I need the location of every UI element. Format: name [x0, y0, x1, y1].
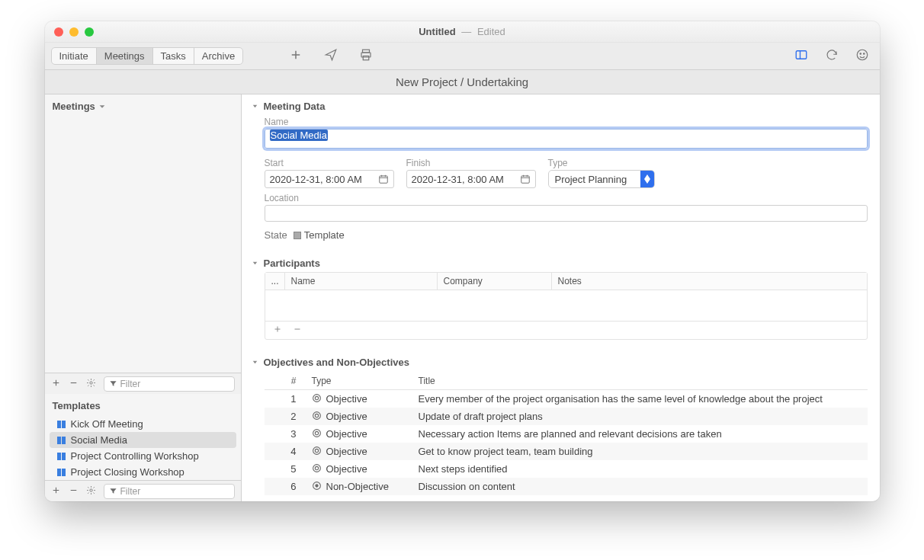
calendar-icon: [378, 174, 389, 184]
svg-point-45: [313, 464, 320, 472]
template-icon: [57, 468, 66, 477]
print-button[interactable]: [359, 48, 373, 64]
sidebar-meetings-header[interactable]: Meetings: [45, 94, 241, 117]
meetings-footer: Filter: [45, 373, 241, 394]
filter-icon: [109, 487, 117, 495]
participants-remove-button[interactable]: [293, 325, 302, 336]
svg-point-42: [315, 431, 318, 434]
state-badge: Template: [294, 229, 345, 241]
start-date-input[interactable]: 2020-12-31, 8:00 AM: [265, 170, 394, 188]
templates-settings-button[interactable]: [86, 485, 96, 498]
svg-rect-19: [62, 453, 66, 460]
chevron-down-icon: [98, 103, 106, 110]
meeting-data-section-header[interactable]: Meeting Data: [251, 101, 868, 112]
objectives-remove-button[interactable]: [292, 500, 301, 501]
participants-col-name[interactable]: Name: [285, 273, 438, 290]
template-state-icon: [294, 232, 301, 239]
participants-col-more[interactable]: ...: [265, 273, 285, 290]
toggle-sidebar-button[interactable]: [794, 48, 808, 64]
objectives-move-up-button[interactable]: [312, 500, 321, 501]
svg-rect-30: [521, 176, 529, 183]
send-button[interactable]: [324, 48, 338, 64]
objectives-col-num[interactable]: #: [265, 373, 306, 389]
svg-point-25: [89, 488, 91, 491]
template-item[interactable]: Social Media: [50, 432, 236, 448]
svg-rect-26: [379, 176, 387, 183]
participants-col-company[interactable]: Company: [438, 273, 552, 290]
svg-rect-21: [62, 469, 66, 476]
app-window: Untitled — Edited InitiateMeetingsTasksA…: [45, 21, 880, 501]
svg-point-44: [315, 449, 318, 452]
main-tab-initiate[interactable]: Initiate: [52, 48, 97, 64]
sync-button[interactable]: [825, 48, 839, 64]
objective-row[interactable]: 4ObjectiveGet to know project team, team…: [265, 443, 868, 460]
svg-point-8: [860, 53, 861, 55]
objectives-add-button[interactable]: [272, 500, 281, 501]
svg-rect-16: [57, 437, 61, 444]
finish-date-input[interactable]: 2020-12-31, 8:00 AM: [406, 170, 536, 188]
emoji-button[interactable]: [855, 48, 869, 64]
objective-row[interactable]: 6Non-ObjectiveDiscussion on content: [265, 478, 868, 495]
objective-type-icon: [312, 411, 322, 423]
main-tab-archive[interactable]: Archive: [194, 48, 242, 64]
participants-col-notes[interactable]: Notes: [552, 273, 867, 290]
objective-type-icon: [312, 463, 322, 475]
objective-type-icon: [312, 393, 322, 405]
objectives-section-header[interactable]: Objectives and Non-Objectives: [251, 357, 868, 368]
participants-section-header[interactable]: Participants: [251, 258, 868, 269]
objectives-move-down-button[interactable]: [332, 500, 341, 501]
template-item[interactable]: Project Closing Workshop: [45, 464, 241, 480]
template-icon: [57, 436, 66, 445]
svg-point-39: [313, 411, 320, 419]
location-input[interactable]: [265, 205, 868, 222]
objective-row[interactable]: 5ObjectiveNext steps identified: [265, 460, 868, 478]
objective-row[interactable]: 1ObjectiveEvery member of the project or…: [265, 390, 868, 408]
meetings-add-button[interactable]: [51, 378, 61, 390]
titlebar: Untitled — Edited: [45, 21, 880, 43]
finish-label: Finish: [406, 158, 536, 168]
templates-add-button[interactable]: [51, 485, 61, 498]
objectives-col-type[interactable]: Type: [306, 373, 412, 389]
main-tab-meetings[interactable]: Meetings: [97, 48, 153, 64]
select-stepper-icon: [640, 170, 654, 188]
sidebar: Meetings Filter: [45, 94, 242, 501]
type-label: Type: [548, 158, 655, 168]
svg-point-48: [315, 484, 317, 486]
objective-type-icon: [312, 446, 322, 458]
participants-add-button[interactable]: [273, 325, 282, 336]
objective-row[interactable]: 3ObjectiveNecessary action Items are pla…: [265, 425, 868, 443]
add-button[interactable]: [289, 48, 303, 64]
name-label: Name: [265, 117, 868, 127]
filter-icon: [109, 379, 117, 388]
meetings-list: [45, 117, 241, 373]
template-item[interactable]: Kick Off Meeting: [45, 416, 241, 432]
templates-remove-button[interactable]: [69, 485, 79, 498]
objective-type-icon: [312, 428, 322, 440]
svg-point-40: [315, 414, 318, 417]
svg-point-46: [315, 466, 318, 469]
location-label: Location: [265, 193, 868, 203]
sidebar-templates-header[interactable]: Templates: [45, 394, 241, 416]
objectives-col-title[interactable]: Title: [412, 373, 868, 389]
meetings-settings-button[interactable]: [86, 378, 96, 390]
objective-row[interactable]: 2ObjectiveUpdate of draft project plans: [265, 408, 868, 425]
svg-point-13: [89, 381, 91, 383]
meeting-type-select[interactable]: Project Planning: [548, 170, 655, 188]
svg-rect-5: [796, 51, 807, 59]
disclosure-triangle-icon: [251, 358, 259, 366]
svg-point-38: [315, 396, 318, 399]
svg-point-7: [857, 50, 868, 60]
template-icon: [57, 452, 66, 461]
templates-filter-input[interactable]: Filter: [104, 484, 235, 499]
meetings-remove-button[interactable]: [69, 378, 79, 390]
window-title: Untitled — Edited: [45, 26, 880, 37]
svg-rect-18: [57, 453, 61, 460]
meetings-filter-input[interactable]: Filter: [104, 376, 235, 392]
document-title: New Project / Undertaking: [45, 70, 880, 94]
meeting-name-input[interactable]: Social Media: [265, 129, 868, 149]
objectives-table: # Type Title 1ObjectiveEvery member of t…: [265, 373, 868, 501]
main-tab-tasks[interactable]: Tasks: [153, 48, 194, 64]
disclosure-triangle-icon: [251, 259, 259, 267]
main-content: Meeting Data Name Social Media Start 202…: [242, 94, 880, 501]
template-item[interactable]: Project Controlling Workshop: [45, 448, 241, 464]
